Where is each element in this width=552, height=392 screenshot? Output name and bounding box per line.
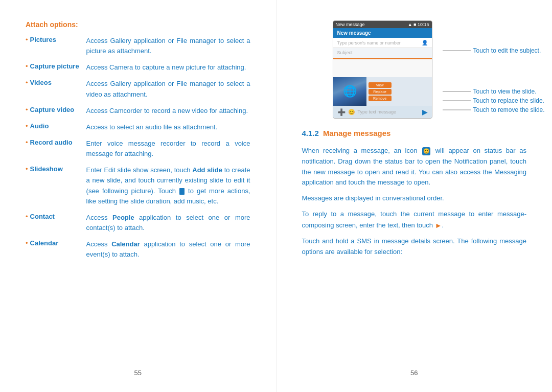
list-item: • Videos Access Gallery application or F… (26, 79, 250, 99)
option-desc-capture-picture: Access Camera to capture a new picture f… (86, 62, 250, 73)
callout-remove: Touch to remove the slide. (473, 106, 545, 113)
right-page: New message ▲ ■ 10:15 New message Type p… (277, 0, 553, 392)
phone-time: ▲ ■ 10:15 (408, 22, 429, 27)
option-label-videos: Videos (30, 79, 86, 86)
remove-button[interactable]: Remove (369, 96, 392, 101)
option-label-capture-picture: Capture picture (30, 62, 86, 70)
option-label-pictures: Pictures (30, 36, 86, 43)
list-item: • Slideshow Enter Edit slide show screen… (26, 165, 250, 206)
slide-control-buttons: View Replace Remove (366, 77, 394, 106)
type-text-placeholder: Type text message (358, 109, 420, 114)
page-number-left: 55 (134, 369, 142, 377)
option-label-capture-video: Capture video (30, 106, 86, 113)
bullet-icon: • (26, 62, 28, 70)
option-label-contact: Contact (30, 213, 86, 220)
paragraph-2: Messages are displayed in conversational… (302, 193, 527, 204)
list-item: • Audio Access to select an audio file a… (26, 122, 250, 132)
list-item: • Pictures Access Gallery application or… (26, 36, 250, 56)
bullet-icon: • (26, 36, 28, 43)
option-label-record-audio: Record audio (30, 139, 86, 146)
bullet-icon: • (26, 139, 28, 146)
callout-view: Touch to view the slide. (473, 88, 537, 95)
callout-remove-text: Touch to remove the slide. (473, 106, 545, 113)
phone-screen-title: New message (337, 30, 371, 36)
callout-replace-text: Touch to replace the slide. (473, 97, 544, 104)
person-icon: 👤 (422, 40, 428, 45)
bullet-icon: • (26, 165, 28, 173)
phone-title-text: New message (336, 22, 365, 27)
slide-thumbnail: 🌐 (333, 77, 366, 106)
list-item: • Contact Access People application to s… (26, 213, 250, 233)
bullet-icon: • (26, 122, 28, 130)
bullet-icon: • (26, 239, 28, 247)
option-desc-capture-video: Access Camcorder to record a new video f… (86, 106, 250, 116)
section-number: 4.1.2 (302, 129, 319, 137)
attach-options-title: Attach options: (26, 20, 250, 29)
phone-title-bar: New message (333, 28, 432, 38)
subject-placeholder: Subject (337, 50, 353, 55)
phone-compose-area (333, 59, 432, 77)
option-label-calendar: Calendar (30, 239, 86, 247)
option-desc-videos: Access Gallery application or File manag… (86, 79, 250, 99)
view-button[interactable]: View (369, 82, 392, 88)
phone-bottom-bar: ➕ 😊 Type text message ▶ (333, 106, 432, 118)
section-title-row: 4.1.2 Manage messages (302, 129, 527, 137)
option-label-slideshow: Slideshow (30, 165, 86, 173)
phone-image-row: 🌐 View Replace Remove (333, 77, 432, 106)
send-arrow-icon: ▶ (422, 108, 428, 116)
section-title-text: Manage messages (323, 129, 391, 137)
option-desc-record-audio: Enter voice message recorder to record a… (86, 139, 250, 159)
option-desc-audio: Access to select an audio file as attach… (86, 122, 250, 132)
option-desc-slideshow: Enter Edit slide show screen, touch Add … (86, 165, 250, 206)
list-item: • Capture video Access Camcorder to reco… (26, 106, 250, 116)
bullet-icon: • (26, 213, 28, 220)
phone-mockup: New message ▲ ■ 10:15 New message Type p… (333, 20, 432, 119)
attach-icon: ➕ (337, 108, 346, 116)
bullet-icon: • (26, 106, 28, 113)
phone-status-bar: New message ▲ ■ 10:15 (333, 21, 432, 28)
smiley-icon: 😊 (348, 109, 355, 116)
option-label-audio: Audio (30, 122, 86, 130)
option-list: • Pictures Access Gallery application or… (26, 36, 250, 260)
phone-name-field: Type person's name or number 👤 (333, 38, 432, 48)
paragraph-1: When receiving a message, an icon 😊 will… (302, 146, 527, 188)
callout-view-text: Touch to view the slide. (473, 88, 537, 95)
paragraph-3: To reply to a message, touch the current… (302, 209, 527, 231)
phone-screenshot-section: New message ▲ ■ 10:15 New message Type p… (333, 20, 527, 119)
phone-name-placeholder: Type person's name or number (337, 40, 401, 45)
phone-bottom-icons: ➕ 😊 (337, 108, 355, 116)
section-manage-messages: 4.1.2 Manage messages (302, 129, 527, 137)
callout-subject: Touch to edit the subject. (473, 47, 541, 54)
replace-button[interactable]: Replace (369, 89, 392, 95)
list-item: • Calendar Access Calendar application t… (26, 239, 250, 260)
send-icon-inline: ► (435, 220, 442, 231)
option-desc-pictures: Access Gallery application or File manag… (86, 36, 250, 56)
option-desc-contact: Access People application to select one … (86, 213, 250, 233)
bullet-icon: • (26, 79, 28, 86)
option-desc-calendar: Access Calendar application to select on… (86, 239, 250, 260)
left-page: Attach options: • Pictures Access Galler… (0, 0, 277, 392)
paragraph-4: Touch and hold a SMS in message details … (302, 236, 527, 258)
callout-subject-text: Touch to edit the subject. (473, 47, 541, 54)
phone-subject-field: Subject (333, 48, 432, 59)
list-item: • Capture picture Access Camera to captu… (26, 62, 250, 73)
callout-replace: Touch to replace the slide. (473, 97, 544, 104)
smiley-inline-icon: 😊 (422, 147, 430, 155)
list-item: • Record audio Enter voice message recor… (26, 139, 250, 159)
page-number-right: 56 (410, 369, 418, 377)
